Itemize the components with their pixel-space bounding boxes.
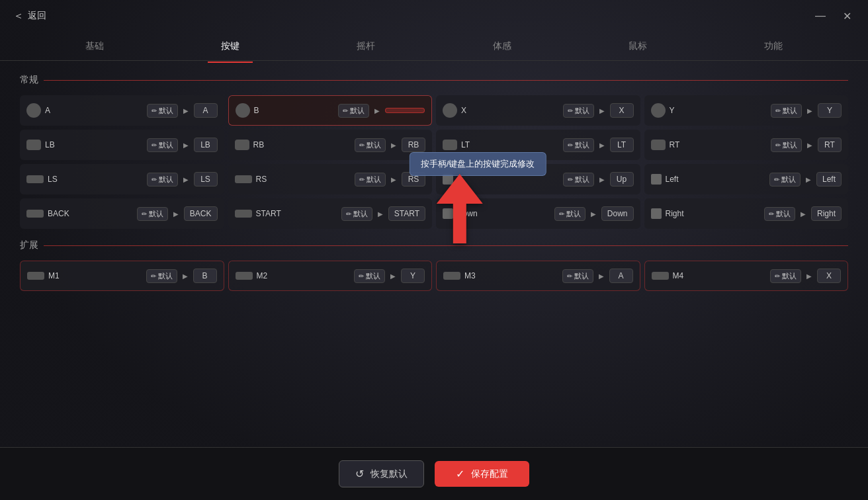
Right-arrow[interactable]: ▶ [799, 209, 807, 219]
Y-edit-button[interactable]: ✏默认 [771, 104, 802, 118]
save-label: 保存配置 [471, 468, 508, 480]
BACK-edit-button[interactable]: ✏默认 [137, 207, 168, 221]
LS-edit-button[interactable]: ✏默认 [147, 173, 178, 187]
Up-arrow[interactable]: ▶ [598, 175, 606, 185]
titlebar: ＜ 返回 — ✕ [0, 0, 868, 32]
X-arrow[interactable]: ▶ [598, 106, 606, 116]
mapping-grid-row1: A ✏默认 ▶ A B ✏默认 ▶ X ✏默认 ▶ X Y [20, 95, 848, 126]
map-row-Right: Right ✏默认 ▶ Right [644, 198, 849, 229]
Y-label: Y [670, 106, 688, 115]
LS-arrow[interactable]: ▶ [182, 175, 190, 185]
RB-edit-button[interactable]: ✏默认 [355, 138, 386, 152]
reset-label: 恢复默认 [370, 468, 408, 480]
M1-label: M1 [48, 271, 67, 280]
B-label: B [254, 106, 273, 115]
Left-value[interactable]: Left [816, 172, 842, 187]
map-row-X: X ✏默认 ▶ X [436, 95, 640, 126]
X-label: X [461, 106, 480, 115]
M1-icon [27, 272, 44, 280]
close-button[interactable]: ✕ [839, 8, 855, 24]
M2-edit-button[interactable]: ✏默认 [354, 269, 385, 283]
extend-section-label: 扩展 [20, 239, 38, 251]
Up-edit-button[interactable]: ✏默认 [563, 173, 594, 187]
tab-function[interactable]: 功能 [751, 35, 796, 58]
minimize-button[interactable]: — [812, 8, 828, 24]
START-arrow[interactable]: ▶ [376, 209, 384, 219]
M3-arrow[interactable]: ▶ [597, 271, 605, 281]
RS-arrow[interactable]: ▶ [390, 175, 398, 185]
Up-value[interactable]: Up [610, 172, 634, 187]
Right-edit-button[interactable]: ✏默认 [764, 207, 795, 221]
LT-arrow[interactable]: ▶ [598, 140, 606, 150]
Left-icon [651, 174, 662, 185]
tooltip-container: 按手柄/键盘上的按键完成修改 [410, 152, 546, 176]
A-edit-button[interactable]: ✏默认 [147, 104, 178, 118]
LS-value[interactable]: LS [194, 172, 218, 187]
RT-arrow[interactable]: ▶ [806, 140, 814, 150]
M2-arrow[interactable]: ▶ [389, 271, 397, 281]
M1-edit-button[interactable]: ✏默认 [146, 269, 177, 283]
M2-value[interactable]: Y [401, 269, 425, 283]
Y-arrow[interactable]: ▶ [806, 106, 814, 116]
LS-icon [26, 175, 44, 183]
tab-haptic[interactable]: 体感 [480, 35, 525, 58]
map-row-B: B ✏默认 ▶ [228, 95, 433, 126]
X-edit-button[interactable]: ✏默认 [563, 104, 594, 118]
window-controls: — ✕ [812, 8, 855, 24]
M3-value[interactable]: A [609, 269, 633, 283]
START-value[interactable]: START [388, 206, 425, 221]
Left-edit-button[interactable]: ✏默认 [769, 173, 801, 187]
Down-arrow[interactable]: ▶ [589, 209, 597, 219]
Left-label: Left [666, 175, 684, 184]
map-row-M2: M2 ✏默认 ▶ Y [228, 261, 433, 291]
M1-value[interactable]: B [193, 269, 217, 283]
M4-edit-button[interactable]: ✏默认 [770, 269, 801, 283]
M4-arrow[interactable]: ▶ [805, 271, 813, 281]
Y-value[interactable]: Y [818, 103, 842, 118]
RT-value[interactable]: RT [818, 138, 842, 152]
Right-value[interactable]: Right [811, 206, 842, 221]
BACK-arrow[interactable]: ▶ [172, 209, 180, 219]
LB-arrow[interactable]: ▶ [182, 140, 190, 150]
RS-edit-button[interactable]: ✏默认 [355, 173, 386, 187]
M3-label: M3 [464, 271, 483, 280]
M3-edit-button[interactable]: ✏默认 [562, 269, 593, 283]
BACK-icon [26, 210, 44, 218]
Down-value[interactable]: Down [601, 206, 634, 221]
M1-arrow[interactable]: ▶ [181, 271, 189, 281]
B-edit-button[interactable]: ✏默认 [338, 104, 369, 118]
LS-label: LS [48, 175, 66, 184]
RB-value[interactable]: RB [402, 138, 425, 152]
M4-value[interactable]: X [817, 269, 841, 283]
B-icon [236, 103, 250, 118]
Down-edit-button[interactable]: ✏默认 [554, 207, 586, 221]
Left-arrow[interactable]: ▶ [804, 175, 812, 185]
RB-arrow[interactable]: ▶ [390, 140, 398, 150]
A-icon [26, 103, 41, 118]
LB-edit-button[interactable]: ✏默认 [147, 138, 178, 152]
tab-joystick[interactable]: 摇杆 [343, 35, 388, 58]
tooltip-text: 按手柄/键盘上的按键完成修改 [421, 159, 535, 169]
map-row-M4: M4 ✏默认 ▶ X [644, 261, 849, 291]
Right-icon [651, 208, 662, 219]
reset-icon: ↺ [355, 468, 364, 480]
tab-mouse[interactable]: 鼠标 [615, 35, 660, 58]
B-arrow[interactable]: ▶ [373, 106, 381, 116]
M4-icon [652, 272, 669, 280]
LB-value[interactable]: LB [194, 138, 218, 152]
save-button[interactable]: ✓ 保存配置 [435, 461, 529, 487]
LT-value[interactable]: LT [610, 138, 634, 152]
tab-keys[interactable]: 按键 [208, 35, 253, 58]
back-button[interactable]: ＜ 返回 [13, 9, 46, 23]
map-row-Y: Y ✏默认 ▶ Y [644, 95, 849, 126]
LT-edit-button[interactable]: ✏默认 [563, 138, 594, 152]
START-edit-button[interactable]: ✏默认 [341, 207, 372, 221]
BACK-value[interactable]: BACK [184, 206, 218, 221]
A-value[interactable]: A [194, 103, 218, 118]
tab-basic[interactable]: 基础 [72, 35, 117, 58]
X-value[interactable]: X [610, 103, 634, 118]
A-arrow[interactable]: ▶ [182, 106, 190, 116]
RT-edit-button[interactable]: ✏默认 [771, 138, 802, 152]
reset-button[interactable]: ↺ 恢复默认 [339, 460, 424, 487]
B-value[interactable] [385, 108, 425, 113]
